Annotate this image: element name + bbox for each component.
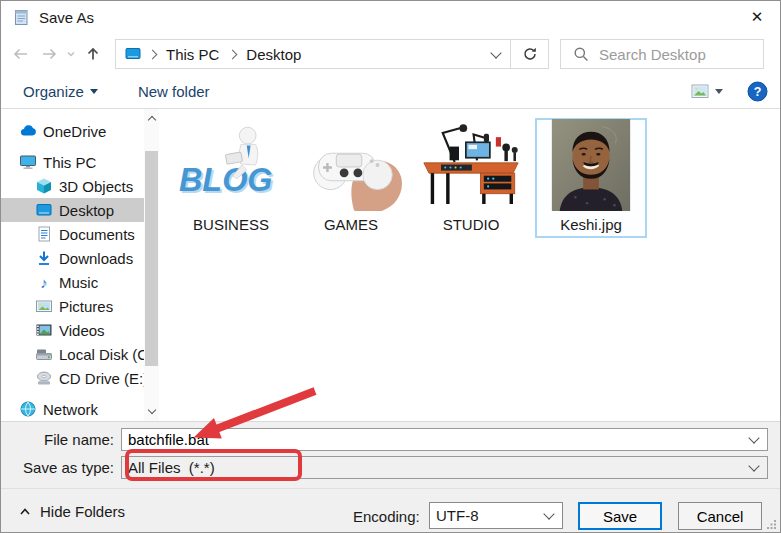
- breadcrumb-this-pc[interactable]: This PC: [158, 46, 227, 63]
- breadcrumb-chevron-icon: [228, 49, 238, 59]
- document-icon: [35, 225, 53, 243]
- network-globe-icon: [19, 400, 37, 418]
- forward-icon[interactable]: [35, 40, 63, 68]
- save-as-type-label: Save as type:: [1, 459, 121, 476]
- sidebar-item-desktop[interactable]: Desktop: [1, 198, 144, 222]
- chevron-down-icon: [715, 89, 723, 94]
- breadcrumb-desktop[interactable]: Desktop: [238, 46, 309, 63]
- chevron-down-icon: [90, 89, 98, 94]
- chevron-down-icon[interactable]: [748, 432, 759, 443]
- toolbar-right-group: ?: [689, 81, 768, 102]
- organize-button[interactable]: Organize: [15, 79, 106, 104]
- scrollbar-thumb[interactable]: [145, 151, 158, 366]
- title-bar: Save As ✕: [1, 1, 780, 33]
- file-tile-studio[interactable]: STUDIO: [415, 118, 527, 238]
- file-tile-games[interactable]: GAMES: [295, 118, 407, 238]
- sidebar-item-videos[interactable]: Videos: [1, 318, 144, 342]
- sidebar-item-this-pc[interactable]: This PC: [1, 150, 144, 174]
- save-as-type-value: All Files (*.*): [122, 459, 750, 476]
- file-label: BUSINESS: [193, 216, 269, 233]
- 3d-cube-icon: [35, 177, 53, 195]
- file-name-input[interactable]: [122, 431, 750, 448]
- film-frame-icon: [35, 321, 53, 339]
- file-tile-business[interactable]: BLOG BLOG BUSINESS: [175, 118, 287, 238]
- folder-sidebar: OneDrive This PC 3D Objects Desktop: [1, 109, 144, 421]
- sidebar-item-onedrive[interactable]: OneDrive: [1, 119, 144, 143]
- close-icon[interactable]: ✕: [734, 1, 780, 33]
- sidebar-item-label: Music: [59, 274, 98, 291]
- sidebar-item-label: Local Disk (C: [59, 346, 144, 363]
- new-folder-button[interactable]: New folder: [130, 79, 218, 104]
- help-icon: ?: [747, 81, 768, 102]
- scroll-down-icon[interactable]: [144, 404, 159, 419]
- hard-disk-icon: [35, 345, 53, 363]
- sidebar-item-label: 3D Objects: [59, 178, 133, 195]
- dialog-footer: File name: Save as type: All Files (*.*)…: [1, 421, 780, 532]
- recent-locations-chevron-icon[interactable]: [63, 40, 79, 68]
- sidebar-item-3d-objects[interactable]: 3D Objects: [1, 174, 144, 198]
- resize-grip[interactable]: [767, 519, 777, 529]
- thumbnail-view-icon: [691, 84, 709, 99]
- computer-monitor-icon: [19, 153, 37, 171]
- save-as-type-select[interactable]: All Files (*.*): [121, 456, 768, 479]
- search-input[interactable]: [597, 45, 757, 64]
- organize-label: Organize: [23, 83, 84, 100]
- refresh-icon[interactable]: [511, 39, 549, 69]
- blog-figure-thumbnail: BLOG BLOG: [177, 120, 285, 211]
- desktop-monitor-icon: [35, 201, 53, 219]
- sidebar-item-label: Pictures: [59, 298, 113, 315]
- navigation-bar: This PC Desktop: [1, 33, 780, 75]
- file-label: STUDIO: [443, 216, 500, 233]
- search-icon: [573, 46, 589, 62]
- save-as-type-row: Save as type: All Files (*.*): [1, 456, 768, 479]
- chevron-up-icon: [19, 507, 31, 516]
- file-name-label: File name:: [1, 431, 121, 448]
- file-name-combobox: [121, 428, 768, 451]
- portrait-photo-thumbnail: [537, 119, 645, 211]
- sidebar-item-music[interactable]: ♪ Music: [1, 270, 144, 294]
- up-icon[interactable]: [79, 40, 107, 68]
- sidebar-item-network[interactable]: Network: [1, 397, 144, 421]
- studio-desk-thumbnail: [417, 119, 525, 211]
- footer-button-bar: Hide Folders Encoding: UTF-8 Save Cancel: [1, 488, 780, 532]
- sidebar-item-downloads[interactable]: Downloads: [1, 246, 144, 270]
- address-dropdown-icon[interactable]: [482, 40, 510, 68]
- help-button[interactable]: ?: [747, 81, 768, 102]
- sidebar-item-label: Downloads: [59, 250, 133, 267]
- command-toolbar: Organize New folder ?: [1, 75, 780, 109]
- sidebar-item-local-disk-c[interactable]: Local Disk (C: [1, 342, 144, 366]
- desktop-location-icon: [124, 45, 142, 63]
- sidebar-item-label: This PC: [43, 154, 96, 171]
- save-as-dialog: Save As ✕ This PC Desktop: [0, 0, 781, 533]
- sidebar-item-label: Videos: [59, 322, 105, 339]
- cd-disc-icon: [35, 369, 53, 387]
- hide-folders-button[interactable]: Hide Folders: [13, 502, 131, 521]
- file-list: BLOG BLOG BUSINESS: [159, 109, 780, 421]
- dialog-body: OneDrive This PC 3D Objects Desktop: [1, 109, 780, 421]
- music-note-icon: ♪: [35, 273, 53, 291]
- change-view-button[interactable]: [689, 82, 725, 101]
- encoding-select[interactable]: UTF-8: [429, 502, 563, 529]
- save-button[interactable]: Save: [578, 502, 662, 530]
- sidebar-item-label: CD Drive (E:): [59, 370, 144, 387]
- sidebar-item-cd-drive-e[interactable]: CD Drive (E:): [1, 366, 144, 390]
- file-label: GAMES: [324, 216, 378, 233]
- sidebar-item-label: Network: [43, 401, 98, 418]
- download-arrow-icon: [35, 249, 53, 267]
- picture-icon: [35, 297, 53, 315]
- back-icon[interactable]: [7, 40, 35, 68]
- sidebar-item-documents[interactable]: Documents: [1, 222, 144, 246]
- search-box: [560, 39, 764, 69]
- cancel-button[interactable]: Cancel: [678, 502, 762, 530]
- breadcrumb[interactable]: This PC Desktop: [115, 39, 511, 69]
- chevron-down-icon: [748, 460, 759, 471]
- breadcrumb-chevron-icon: [148, 49, 158, 59]
- file-tile-keshi-jpg[interactable]: Keshi.jpg: [535, 118, 647, 238]
- sidebar-scrollbar[interactable]: [144, 109, 159, 421]
- hide-folders-label: Hide Folders: [40, 503, 125, 520]
- sidebar-item-label: OneDrive: [43, 123, 106, 140]
- notepad-icon: [11, 7, 31, 27]
- sidebar-item-pictures[interactable]: Pictures: [1, 294, 144, 318]
- scroll-up-icon[interactable]: [144, 111, 159, 126]
- game-controller-thumbnail: [297, 120, 405, 211]
